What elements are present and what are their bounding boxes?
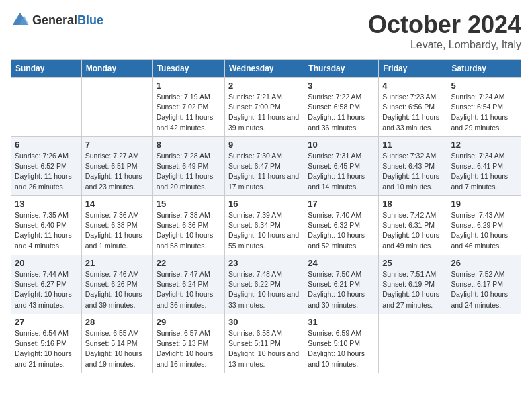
day-info: Sunrise: 7:48 AM Sunset: 6:22 PM Dayligh…	[228, 269, 300, 310]
day-number: 3	[308, 81, 375, 91]
day-number: 4	[382, 81, 443, 91]
day-of-week-header: Tuesday	[152, 60, 224, 78]
calendar-cell: 2Sunrise: 7:21 AM Sunset: 7:00 PM Daylig…	[225, 78, 304, 137]
day-info: Sunrise: 7:28 AM Sunset: 6:49 PM Dayligh…	[157, 151, 221, 192]
day-info: Sunrise: 6:54 AM Sunset: 5:16 PM Dayligh…	[15, 328, 78, 369]
day-number: 24	[308, 258, 375, 268]
day-info: Sunrise: 7:46 AM Sunset: 6:26 PM Dayligh…	[85, 269, 149, 310]
calendar-cell	[81, 78, 152, 137]
calendar-cell: 31Sunrise: 6:59 AM Sunset: 5:10 PM Dayli…	[304, 314, 379, 373]
calendar-week-row: 20Sunrise: 7:44 AM Sunset: 6:27 PM Dayli…	[11, 255, 521, 314]
day-of-week-header: Saturday	[447, 60, 521, 78]
day-number: 8	[157, 140, 221, 150]
calendar-cell: 10Sunrise: 7:31 AM Sunset: 6:45 PM Dayli…	[304, 137, 379, 196]
day-info: Sunrise: 7:30 AM Sunset: 6:47 PM Dayligh…	[228, 151, 300, 192]
days-of-week-row: SundayMondayTuesdayWednesdayThursdayFrid…	[11, 60, 521, 78]
day-info: Sunrise: 7:19 AM Sunset: 7:02 PM Dayligh…	[157, 92, 221, 133]
calendar-body: 1Sunrise: 7:19 AM Sunset: 7:02 PM Daylig…	[11, 78, 521, 373]
calendar-cell: 19Sunrise: 7:43 AM Sunset: 6:29 PM Dayli…	[447, 196, 521, 255]
calendar-cell: 27Sunrise: 6:54 AM Sunset: 5:16 PM Dayli…	[11, 314, 82, 373]
day-number: 2	[228, 81, 300, 91]
day-number: 15	[157, 199, 221, 209]
day-info: Sunrise: 7:24 AM Sunset: 6:54 PM Dayligh…	[451, 92, 517, 133]
day-number: 12	[451, 140, 517, 150]
day-number: 25	[382, 258, 443, 268]
day-info: Sunrise: 7:35 AM Sunset: 6:40 PM Dayligh…	[15, 210, 78, 251]
day-number: 18	[382, 199, 443, 209]
logo-general: General	[32, 13, 77, 27]
calendar-table: SundayMondayTuesdayWednesdayThursdayFrid…	[11, 59, 521, 373]
day-info: Sunrise: 7:31 AM Sunset: 6:45 PM Dayligh…	[308, 151, 375, 192]
location-title: Levate, Lombardy, Italy	[368, 39, 521, 51]
day-number: 30	[228, 317, 300, 327]
day-number: 14	[85, 199, 149, 209]
calendar-cell: 1Sunrise: 7:19 AM Sunset: 7:02 PM Daylig…	[152, 78, 224, 137]
calendar-week-row: 1Sunrise: 7:19 AM Sunset: 7:02 PM Daylig…	[11, 78, 521, 137]
day-number: 10	[308, 140, 375, 150]
calendar-cell: 22Sunrise: 7:47 AM Sunset: 6:24 PM Dayli…	[152, 255, 224, 314]
day-info: Sunrise: 7:32 AM Sunset: 6:43 PM Dayligh…	[382, 151, 443, 192]
day-number: 27	[15, 317, 78, 327]
day-info: Sunrise: 7:42 AM Sunset: 6:31 PM Dayligh…	[382, 210, 443, 251]
calendar-cell: 24Sunrise: 7:50 AM Sunset: 6:21 PM Dayli…	[304, 255, 379, 314]
calendar-week-row: 13Sunrise: 7:35 AM Sunset: 6:40 PM Dayli…	[11, 196, 521, 255]
day-of-week-header: Wednesday	[225, 60, 304, 78]
day-number: 16	[228, 199, 300, 209]
calendar-cell: 6Sunrise: 7:26 AM Sunset: 6:52 PM Daylig…	[11, 137, 82, 196]
calendar-week-row: 27Sunrise: 6:54 AM Sunset: 5:16 PM Dayli…	[11, 314, 521, 373]
calendar-cell: 23Sunrise: 7:48 AM Sunset: 6:22 PM Dayli…	[225, 255, 304, 314]
calendar-cell	[11, 78, 82, 137]
day-info: Sunrise: 6:58 AM Sunset: 5:11 PM Dayligh…	[228, 328, 300, 369]
day-info: Sunrise: 6:57 AM Sunset: 5:13 PM Dayligh…	[157, 328, 221, 369]
page-header: GeneralBlue October 2024 Levate, Lombard…	[11, 11, 521, 51]
day-number: 21	[85, 258, 149, 268]
day-info: Sunrise: 7:38 AM Sunset: 6:36 PM Dayligh…	[157, 210, 221, 251]
day-info: Sunrise: 7:47 AM Sunset: 6:24 PM Dayligh…	[157, 269, 221, 310]
day-info: Sunrise: 7:36 AM Sunset: 6:38 PM Dayligh…	[85, 210, 149, 251]
calendar-cell: 13Sunrise: 7:35 AM Sunset: 6:40 PM Dayli…	[11, 196, 82, 255]
day-info: Sunrise: 7:39 AM Sunset: 6:34 PM Dayligh…	[228, 210, 300, 251]
day-number: 17	[308, 199, 375, 209]
day-info: Sunrise: 7:21 AM Sunset: 7:00 PM Dayligh…	[228, 92, 300, 133]
day-info: Sunrise: 6:55 AM Sunset: 5:14 PM Dayligh…	[85, 328, 149, 369]
calendar-cell: 20Sunrise: 7:44 AM Sunset: 6:27 PM Dayli…	[11, 255, 82, 314]
day-of-week-header: Friday	[379, 60, 447, 78]
day-info: Sunrise: 7:50 AM Sunset: 6:21 PM Dayligh…	[308, 269, 375, 310]
day-number: 20	[15, 258, 78, 268]
calendar-cell: 3Sunrise: 7:22 AM Sunset: 6:58 PM Daylig…	[304, 78, 379, 137]
day-info: Sunrise: 7:23 AM Sunset: 6:56 PM Dayligh…	[382, 92, 443, 133]
logo: GeneralBlue	[11, 11, 103, 30]
day-info: Sunrise: 7:26 AM Sunset: 6:52 PM Dayligh…	[15, 151, 78, 192]
day-number: 13	[15, 199, 78, 209]
calendar-cell: 4Sunrise: 7:23 AM Sunset: 6:56 PM Daylig…	[379, 78, 447, 137]
day-info: Sunrise: 7:22 AM Sunset: 6:58 PM Dayligh…	[308, 92, 375, 133]
calendar-cell	[447, 314, 521, 373]
logo-blue: Blue	[77, 13, 103, 27]
day-number: 19	[451, 199, 517, 209]
day-number: 28	[85, 317, 149, 327]
day-info: Sunrise: 7:34 AM Sunset: 6:41 PM Dayligh…	[451, 151, 517, 192]
day-of-week-header: Sunday	[11, 60, 82, 78]
calendar-cell: 18Sunrise: 7:42 AM Sunset: 6:31 PM Dayli…	[379, 196, 447, 255]
calendar-cell: 16Sunrise: 7:39 AM Sunset: 6:34 PM Dayli…	[225, 196, 304, 255]
calendar-cell: 28Sunrise: 6:55 AM Sunset: 5:14 PM Dayli…	[81, 314, 152, 373]
day-info: Sunrise: 7:43 AM Sunset: 6:29 PM Dayligh…	[451, 210, 517, 251]
calendar-cell: 12Sunrise: 7:34 AM Sunset: 6:41 PM Dayli…	[447, 137, 521, 196]
month-title: October 2024	[368, 11, 521, 39]
calendar-cell: 29Sunrise: 6:57 AM Sunset: 5:13 PM Dayli…	[152, 314, 224, 373]
day-info: Sunrise: 6:59 AM Sunset: 5:10 PM Dayligh…	[308, 328, 375, 369]
calendar-cell: 7Sunrise: 7:27 AM Sunset: 6:51 PM Daylig…	[81, 137, 152, 196]
day-number: 29	[157, 317, 221, 327]
calendar-cell: 9Sunrise: 7:30 AM Sunset: 6:47 PM Daylig…	[225, 137, 304, 196]
day-info: Sunrise: 7:40 AM Sunset: 6:32 PM Dayligh…	[308, 210, 375, 251]
day-info: Sunrise: 7:51 AM Sunset: 6:19 PM Dayligh…	[382, 269, 443, 310]
calendar-cell: 17Sunrise: 7:40 AM Sunset: 6:32 PM Dayli…	[304, 196, 379, 255]
day-number: 26	[451, 258, 517, 268]
title-block: October 2024 Levate, Lombardy, Italy	[368, 11, 521, 51]
logo-icon	[11, 11, 30, 30]
calendar-cell: 14Sunrise: 7:36 AM Sunset: 6:38 PM Dayli…	[81, 196, 152, 255]
calendar-cell: 5Sunrise: 7:24 AM Sunset: 6:54 PM Daylig…	[447, 78, 521, 137]
calendar-week-row: 6Sunrise: 7:26 AM Sunset: 6:52 PM Daylig…	[11, 137, 521, 196]
day-info: Sunrise: 7:27 AM Sunset: 6:51 PM Dayligh…	[85, 151, 149, 192]
day-number: 1	[157, 81, 221, 91]
